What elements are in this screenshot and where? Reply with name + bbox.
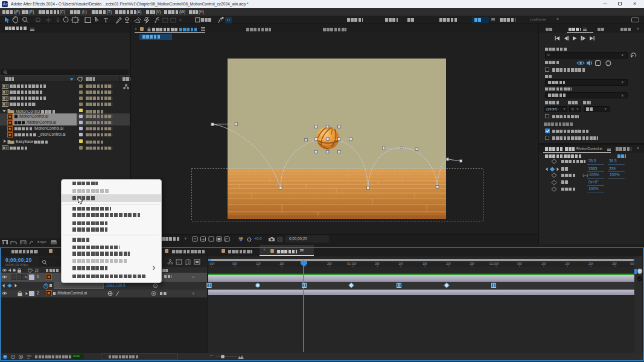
svg-text:T: T [104,16,108,24]
